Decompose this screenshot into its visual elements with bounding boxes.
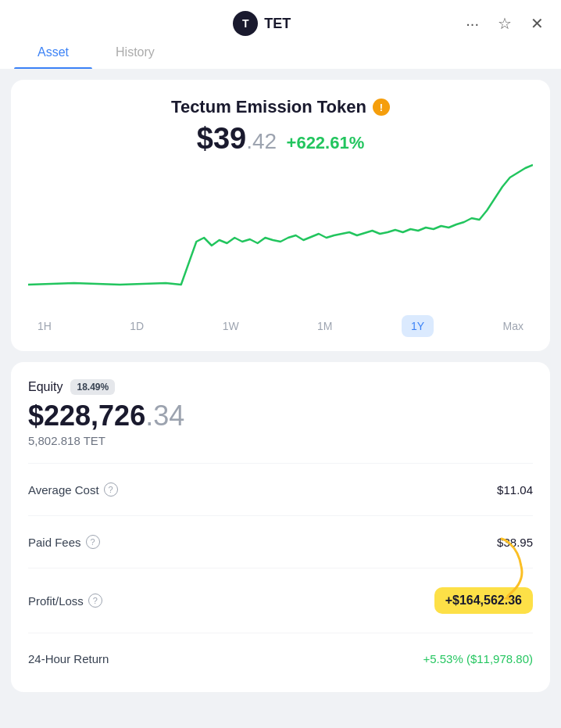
paid-fees-value: $38.95 [497, 536, 533, 549]
profit-loss-value: +$164,562.36 [434, 587, 533, 614]
equity-header: Equity 18.49% [28, 379, 533, 395]
time-btn-1w[interactable]: 1W [213, 315, 248, 337]
time-btn-1y[interactable]: 1Y [402, 315, 434, 337]
equity-decimal: .34 [145, 400, 184, 432]
header-title: T TET [233, 11, 291, 36]
time-btn-max[interactable]: Max [494, 315, 533, 337]
stat-rows: Average Cost ? $11.04 Paid Fees ? $38.95 [28, 473, 533, 675]
app-container: T TET ··· ☆ ✕ Asset History Tectum Emiss… [0, 0, 561, 703]
info-icon[interactable]: ! [373, 99, 390, 116]
price-decimal: .42 [246, 129, 277, 153]
equity-label: Equity [28, 380, 63, 394]
tabs-bar: Asset History [0, 36, 561, 69]
equity-integer: $228,726 [28, 400, 145, 432]
ticker-label: TET [264, 16, 291, 32]
paid-fees-label: Paid Fees ? [28, 535, 100, 549]
profit-loss-label: Profit/Loss ? [28, 594, 102, 608]
chart-svg [28, 163, 533, 304]
price-integer: $39 [197, 122, 246, 155]
stat-row-paid-fees: Paid Fees ? $38.95 [28, 525, 533, 558]
price-change: +622.61% [287, 133, 365, 152]
stat-row-profit-loss: Profit/Loss ? +$164,562.36 [28, 578, 533, 623]
price-row: $39.42 +622.61% [28, 122, 533, 156]
equity-badge: 18.49% [70, 379, 115, 395]
header-actions: ··· ☆ ✕ [463, 11, 547, 36]
star-button[interactable]: ☆ [495, 11, 515, 36]
equity-holdings: 5,802.818 TET [28, 434, 533, 447]
profit-loss-help-icon[interactable]: ? [88, 594, 102, 608]
paid-fees-help-icon[interactable]: ? [86, 535, 100, 549]
tab-history[interactable]: History [92, 36, 178, 69]
more-button[interactable]: ··· [463, 12, 482, 36]
price-chart [28, 163, 533, 304]
24h-return-label: 24-Hour Return [28, 652, 109, 665]
main-content: Tectum Emission Token ! $39.42 +622.61% … [0, 69, 561, 703]
tab-asset[interactable]: Asset [14, 36, 92, 69]
avg-cost-value: $11.04 [497, 483, 533, 497]
24h-return-value: +5.53% ($11,978.80) [423, 652, 533, 665]
avg-cost-label: Average Cost ? [28, 482, 118, 497]
price-card: Tectum Emission Token ! $39.42 +622.61% … [11, 80, 550, 351]
asset-name-text: Tectum Emission Token [171, 97, 366, 117]
avg-cost-help-icon[interactable]: ? [104, 482, 118, 497]
asset-name-row: Tectum Emission Token ! [28, 97, 533, 117]
close-button[interactable]: ✕ [527, 11, 547, 36]
avatar: T [233, 11, 258, 36]
time-btn-1h[interactable]: 1H [28, 315, 61, 337]
equity-value: $228,726.34 [28, 400, 533, 432]
time-filters: 1H 1D 1W 1M 1Y Max [28, 310, 533, 337]
equity-card: Equity 18.49% $228,726.34 5,802.818 TET … [11, 362, 550, 692]
time-btn-1m[interactable]: 1M [308, 315, 341, 337]
time-btn-1d[interactable]: 1D [120, 315, 153, 337]
stat-row-24h-return: 24-Hour Return +5.53% ($11,978.80) [28, 643, 533, 675]
top-bar: T TET ··· ☆ ✕ [0, 0, 561, 36]
stat-row-avg-cost: Average Cost ? $11.04 [28, 473, 533, 506]
